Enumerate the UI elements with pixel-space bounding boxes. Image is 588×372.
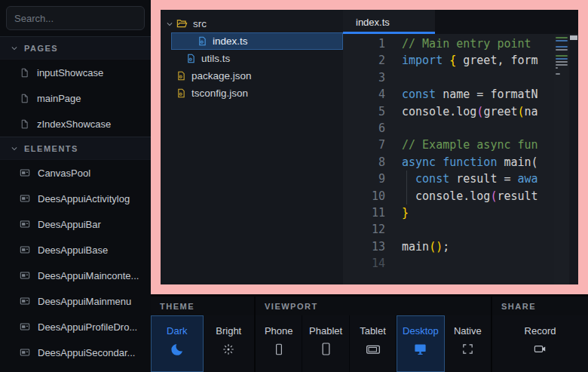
sidebar-section-elements: ELEMENTS CanvasPool DeesAppuiActivitylog… [0,137,151,365]
code-text [402,120,554,137]
tab-index-ts[interactable]: index.ts [343,10,435,34]
sidebar-item-deesappuiactivitylog[interactable]: DeesAppuiActivitylog [0,186,151,211]
tree-item-package-json[interactable]: package.json [161,67,343,85]
code-text: console.log(greet(na [402,103,554,120]
phablet-icon [319,342,333,357]
sidebar-item-label: CanvasPool [38,168,90,179]
sidebar-item-deesappuibar[interactable]: DeesAppuiBar [0,211,151,237]
indent-guide [406,188,407,204]
sidebar-item-canvaspool[interactable]: CanvasPool [0,160,151,186]
minimap-line [556,40,568,42]
minimap-line [556,61,568,63]
toolbar-button-phone[interactable]: Phone [256,315,302,372]
toolbar-section-share: SHARE Record [491,297,588,372]
toolbar-button-label: Desktop [403,325,439,337]
minimap-line [556,58,568,60]
sidebar: PAGES inputShowcase mainPage zIndexShowc… [0,0,151,372]
component-icon [20,347,30,358]
preview-frame: srcindex.tsutils.tspackage.jsontsconfig.… [151,0,588,294]
code-line-8: 8async function main( [343,154,554,171]
toolbar-button-phablet[interactable]: Phablet [302,315,349,372]
scrollbar-thumb[interactable] [570,35,577,40]
sidebar-item-zindexshowcase[interactable]: zIndexShowcase [0,111,151,137]
sidebar-item-label: DeesAppuiMainconte... [38,270,139,281]
phone-icon [272,342,286,357]
tree-item-utils-ts[interactable]: utils.ts [161,50,343,67]
active-tab-underline [343,32,435,34]
code-line-11: 11} [343,204,554,221]
sidebar-item-label: DeesAppuiActivitylog [38,193,130,204]
minimap-line [556,73,560,75]
section-label: PAGES [24,44,58,53]
section-header-elements[interactable]: ELEMENTS [0,137,151,160]
sidebar-item-deesappuibase[interactable]: DeesAppuiBase [0,237,151,263]
code-text: async function main( [402,154,554,171]
file-ts-icon [198,36,207,46]
minimap[interactable] [554,35,569,284]
code-text: } [402,204,554,221]
code-area[interactable]: 1// Main entry point2import { greet, for… [343,34,578,284]
code-editor-demo: srcindex.tsutils.tspackage.jsontsconfig.… [161,10,578,284]
minimap-line [556,46,568,48]
code-line-14: 14 [343,255,554,272]
line-number: 14 [343,255,402,272]
app-root: PAGES inputShowcase mainPage zIndexShowc… [0,0,588,372]
component-icon [20,296,30,306]
line-number: 4 [343,86,402,103]
file-json-icon [176,88,186,98]
toolbar-button-label: Phone [265,325,293,337]
sidebar-item-deesappuiprofiledro[interactable]: DeesAppuiProfileDro... [0,314,151,340]
component-icon [20,193,30,204]
toolbar-button-record[interactable]: Record [492,315,588,372]
toolbar-button-tablet[interactable]: Tablet [350,315,397,372]
sidebar-item-label: DeesAppuiProfileDro... [38,321,137,333]
tree-item-src[interactable]: src [161,15,343,32]
toolbar-button-dark[interactable]: Dark [151,315,204,372]
component-icon [20,244,30,255]
line-number: 9 [343,171,402,187]
document-icon [20,119,29,129]
record-icon [533,342,547,357]
sidebar-item-label: DeesAppuiBar [38,219,101,230]
vertical-scrollbar[interactable] [569,35,578,284]
line-number: 3 [343,69,402,86]
file-tree-panel: srcindex.tsutils.tspackage.jsontsconfig.… [161,10,343,284]
toolbar-section-label: THEME [151,297,254,315]
code-text: // Example async fun [402,137,554,153]
line-number: 5 [343,103,402,120]
code-text: // Main entry point [402,35,554,52]
toolbar-button-desktop[interactable]: Desktop [397,315,444,372]
component-icon [20,219,30,229]
tab-label: index.ts [356,17,390,28]
sidebar-item-inputshowcase[interactable]: inputShowcase [0,60,151,85]
minimap-line [556,37,568,38]
sidebar-item-deesappuisecondar[interactable]: DeesAppuiSecondar... [0,340,151,365]
folder-icon [176,18,188,29]
toolbar-button-bright[interactable]: Bright [204,315,255,372]
sidebar-item-mainpage[interactable]: mainPage [0,85,151,111]
tree-item-tsconfig-json[interactable]: tsconfig.json [161,85,343,102]
search-input[interactable] [6,6,145,30]
sidebar-item-label: DeesAppuiBase [38,244,108,256]
document-icon [20,94,29,103]
section-header-pages[interactable]: PAGES [0,37,151,60]
tree-item-label: src [193,18,207,29]
sidebar-item-deesappuimainconte[interactable]: DeesAppuiMainconte... [0,263,151,288]
tree-item-label: utils.ts [201,53,230,64]
code-line-13: 13main(); [343,238,554,255]
code-line-3: 3 [343,69,554,86]
tree-item-index-ts[interactable]: index.ts [171,32,343,50]
document-icon [20,68,29,78]
line-number: 11 [343,204,402,221]
sidebar-item-label: mainPage [37,93,81,104]
toolbar-section-viewport: VIEWPORT Phone Phablet Tablet Desktop Na… [254,297,491,372]
code-text [402,69,554,86]
sidebar-item-deesappuimainmenu[interactable]: DeesAppuiMainmenu [0,288,151,314]
tree-item-label: index.ts [213,35,248,47]
line-number: 12 [343,221,402,238]
toolbar-button-native[interactable]: Native [445,315,491,372]
toolbar-section-theme: THEME Dark Bright [151,297,254,372]
line-number: 10 [343,188,402,204]
sidebar-item-label: DeesAppuiMainmenu [38,296,131,307]
code-line-7: 7// Example async fun [343,137,554,153]
